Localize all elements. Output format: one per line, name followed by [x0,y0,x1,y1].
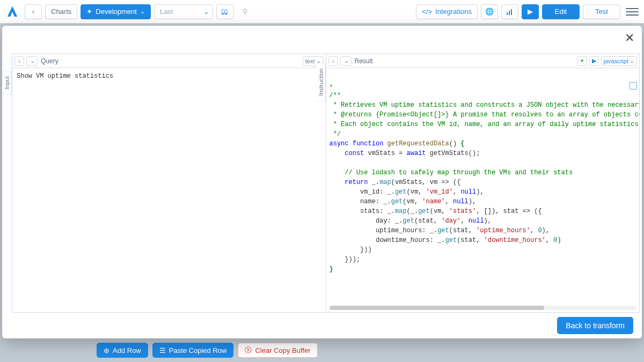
modal-footer: Back to transform [2,313,642,338]
instruction-side-tab[interactable]: Instruction [317,63,326,102]
charts-tab[interactable]: Charts [45,4,77,19]
integrations-link[interactable]: </> Integrations [416,4,478,19]
run-button[interactable]: ▶ [589,56,599,66]
svg-rect-1 [509,11,510,15]
menu-button[interactable] [626,8,639,16]
filter-button[interactable]: ⚲ [237,4,254,19]
query-title: Query [41,57,58,65]
app-logo-icon [5,5,19,19]
query-panel: Input › Query text Show VM uptime statis… [12,54,326,313]
svg-rect-2 [511,9,512,15]
horizontal-scrollbar[interactable] [330,306,636,310]
code-editor-modal: ✕ Input › Query text Show VM uptime stat… [2,26,642,338]
add-line-icon[interactable]: ✦ [330,82,333,90]
query-header: › Query text [12,54,326,68]
code-icon: </> [422,8,432,16]
collapse-toggle[interactable] [26,56,38,66]
expand-toggle[interactable]: › [328,56,338,66]
result-type-select[interactable]: javascript [601,56,637,66]
expand-toggle[interactable]: › [14,56,24,66]
copy-icon[interactable] [630,82,637,90]
result-header: › Result ✦ ▶ javascript [326,54,640,68]
test-button[interactable]: Test [583,4,620,19]
bookmark-button[interactable]: 🕮 [216,4,233,19]
back-button[interactable]: ‹ [25,4,42,19]
add-row-button[interactable]: ⊕ Add Row [97,343,148,358]
svg-rect-0 [507,12,508,15]
result-editor[interactable]: ✦ /** * Retrieves VM uptime statistics a… [326,68,640,312]
close-button[interactable]: ✕ [625,31,634,45]
play-button[interactable]: ▶ [522,4,539,19]
plus-circle-icon: ⊕ [104,346,109,354]
clear-buffer-button[interactable]: ⓧ Clear Copy Buffer [238,343,317,358]
edit-button[interactable]: Edit [542,4,580,19]
query-editor[interactable]: Show VM uptime statistics [12,68,326,312]
chevron-down-icon: ⌄ [140,8,145,15]
wand-icon: ✦ [86,8,92,16]
development-dropdown[interactable]: ✦ Development ⌄ [80,4,151,19]
result-panel: Instruction › Result ✦ ▶ javascript ✦ /*… [326,54,640,313]
collapse-toggle[interactable] [340,56,352,66]
globe-button[interactable]: 🌐 [481,4,498,19]
last-dropdown[interactable]: Last ⌄ [154,4,213,19]
chart-button[interactable] [501,4,518,19]
paste-icon: ☰ [159,346,166,354]
result-title: Result [355,57,373,65]
paste-row-button[interactable]: ☰ Paste Copied Row [152,343,234,358]
bottom-actions: ⊕ Add Row ☰ Paste Copied Row ⓧ Clear Cop… [0,338,644,362]
back-to-transform-button[interactable]: Back to transform [557,317,633,334]
chevron-down-icon: ⌄ [203,8,209,16]
input-side-tab[interactable]: Input [3,70,12,95]
top-toolbar: ‹ Charts ✦ Development ⌄ Last ⌄ 🕮 ⚲ </> … [0,0,644,24]
bar-chart-icon [506,8,514,16]
ai-suggest-button[interactable]: ✦ [577,56,587,66]
close-circle-icon: ⓧ [245,345,252,355]
